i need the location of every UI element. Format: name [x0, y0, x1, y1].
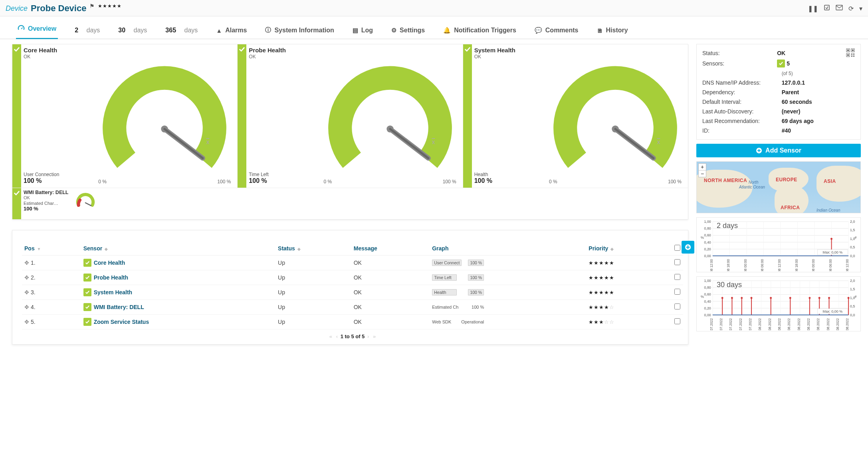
tab-system-information[interactable]: ⓘSystem Information — [264, 24, 335, 39]
svg-line-2 — [21, 28, 23, 29]
col-graph[interactable]: Graph — [430, 242, 586, 256]
pause-icon[interactable]: ❚❚ — [808, 5, 818, 12]
tab-overview[interactable]: Overview — [16, 22, 58, 39]
tab-comments[interactable]: 💬Comments — [533, 24, 580, 39]
row-checkbox[interactable] — [674, 274, 680, 280]
drag-handle-icon[interactable]: ✥ — [24, 319, 29, 325]
col-pos[interactable]: Pos ▼ — [22, 242, 81, 256]
row-checkbox[interactable] — [674, 318, 680, 324]
zoom-in-button[interactable]: + — [699, 164, 706, 171]
col-sensor[interactable]: Sensor ◆ — [81, 242, 275, 256]
sensor-card-system-health[interactable]: System Health OK Health 100 % x 0 %100 % — [463, 44, 688, 188]
svg-text:17.08.2022: 17.08.2022 — [836, 318, 840, 330]
col-priority[interactable]: Priority ◆ — [586, 242, 671, 256]
svg-text:1,00: 1,00 — [704, 220, 711, 224]
sensor-link[interactable]: Core Health — [83, 259, 273, 267]
row-message: OK — [351, 270, 430, 285]
tab-history[interactable]: 🗎History — [595, 24, 630, 39]
header-toolbar: ❚❚ ⟳ ▾ — [808, 4, 862, 12]
info-key-autodiscovery: Last Auto-Discovery: — [702, 108, 782, 115]
sensor-link[interactable]: Probe Health — [83, 274, 273, 282]
sensor-value: 100 % — [249, 177, 320, 184]
tab-alarms[interactable]: ▲Alarms — [214, 24, 248, 39]
svg-text:19.08 00:00: 19.08 00:00 — [811, 259, 815, 271]
device-name[interactable]: Probe Device — [31, 3, 86, 14]
sensor-link[interactable]: Zoom Service Status — [83, 318, 273, 326]
recommend-icon[interactable] — [824, 4, 830, 12]
row-message: OK — [351, 299, 430, 314]
sensor-link[interactable]: System Health — [83, 288, 273, 296]
tab-365days[interactable]: 365 days — [164, 24, 199, 39]
drag-handle-icon[interactable]: ✥ — [24, 260, 29, 266]
sensor-card-probe-health[interactable]: Probe Health OK Time Left 100 % x 0 %100… — [238, 44, 463, 188]
row-message: OK — [351, 285, 430, 299]
row-priority-stars[interactable]: ★★★★★ — [589, 275, 614, 281]
col-message[interactable]: Message — [351, 242, 430, 256]
page-header: Device Probe Device ⚑ ★★★★★ ❚❚ ⟳ ▾ — [0, 0, 868, 16]
chart-2days[interactable]: 2 days 0,000,200,400,600,801,000,00,51,0… — [696, 217, 861, 272]
add-sensor-fab[interactable] — [682, 241, 694, 254]
svg-line-13 — [615, 129, 654, 158]
tab-settings[interactable]: ⚙Settings — [390, 24, 426, 39]
rating-stars[interactable]: ★★★★★ — [98, 3, 122, 9]
check-icon — [83, 274, 91, 282]
sensor-card-core-health[interactable]: Core Health OK User Connection 100 % x 0… — [12, 44, 238, 188]
tab-log[interactable]: ▤Log — [351, 24, 375, 39]
info-icon: ⓘ — [265, 26, 271, 34]
qr-code-icon[interactable] — [846, 48, 855, 58]
sensor-link[interactable]: WMI Battery: DELL — [83, 303, 273, 311]
svg-text:0,0: 0,0 — [850, 254, 855, 258]
sort-desc-icon: ▼ — [37, 247, 41, 251]
row-pos: 4. — [31, 304, 36, 310]
row-pos: 3. — [31, 289, 36, 295]
row-checkbox[interactable] — [674, 303, 680, 309]
sensor-name: Zoom Service Status — [94, 319, 149, 325]
tab-30days[interactable]: 30 days — [117, 24, 149, 39]
table-row: ✥ 5. Zoom Service Status Up OK Web SDKOp… — [22, 314, 683, 329]
row-priority-stars[interactable]: ★★★★★ — [589, 260, 614, 266]
sensor-value: 100 % — [24, 206, 73, 212]
sensor-value: 100 % — [24, 177, 95, 184]
svg-text:30.07.2022: 30.07.2022 — [748, 318, 752, 330]
map-widget[interactable]: NORTH AMERICA EUROPE ASIA AFRICA North A… — [696, 161, 861, 213]
svg-text:18.08 18:00: 18.08 18:00 — [795, 259, 799, 271]
info-val-id: #40 — [782, 127, 791, 134]
row-priority-stars[interactable]: ★★★★★ — [589, 290, 614, 295]
sensor-name: Probe Health — [94, 274, 128, 281]
pager-prev[interactable]: ‹ — [335, 333, 339, 339]
drag-handle-icon[interactable]: ✥ — [24, 274, 29, 281]
pager-last[interactable]: » — [372, 333, 377, 339]
sensor-card-wmi-battery[interactable]: WMI Battery: DELL OK Estimated Char… 100… — [12, 188, 98, 219]
flag-icon[interactable]: ⚑ — [89, 3, 95, 9]
pager-first[interactable]: « — [328, 333, 333, 339]
row-checkbox[interactable] — [674, 289, 680, 295]
add-sensor-button[interactable]: Add Sensor — [696, 144, 861, 157]
chart-30days[interactable]: 30 days 0,000,200,400,600,801,000,00,51,… — [696, 276, 861, 331]
info-key-status: Status: — [702, 50, 777, 56]
gauge-icon — [18, 24, 25, 33]
svg-text:19.08.2022: 19.08.2022 — [845, 318, 849, 330]
row-pos: 5. — [31, 319, 36, 325]
info-val-autodiscovery: (never) — [782, 108, 801, 115]
info-val-status: OK — [777, 50, 785, 56]
svg-text:0,5: 0,5 — [850, 304, 855, 308]
sensor-table-panel: Pos ▼ Sensor ◆ Status ◆ Message Graph Pr… — [12, 230, 688, 345]
select-all-checkbox[interactable] — [674, 245, 680, 251]
gauge-min: 0 % — [549, 179, 557, 184]
drag-handle-icon[interactable]: ✥ — [24, 304, 29, 310]
svg-text:22.07.2022: 22.07.2022 — [709, 318, 713, 330]
tab-2days[interactable]: 2 days — [73, 24, 101, 39]
zoom-out-button[interactable]: − — [699, 171, 706, 177]
pager-next[interactable]: › — [366, 333, 370, 339]
refresh-icon[interactable]: ⟳ — [848, 5, 854, 12]
status-ok-indicator — [12, 44, 21, 188]
drag-handle-icon[interactable]: ✥ — [24, 289, 29, 295]
check-icon — [83, 318, 91, 326]
row-priority-stars[interactable]: ★★★★☆ — [589, 304, 614, 310]
mail-icon[interactable] — [836, 5, 843, 12]
row-priority-stars[interactable]: ★★★☆☆ — [589, 319, 614, 325]
row-checkbox[interactable] — [674, 259, 680, 265]
col-status[interactable]: Status ◆ — [275, 242, 351, 256]
tab-notification-triggers[interactable]: 🔔Notification Triggers — [442, 24, 518, 39]
menu-dropdown-icon[interactable]: ▾ — [859, 5, 862, 12]
